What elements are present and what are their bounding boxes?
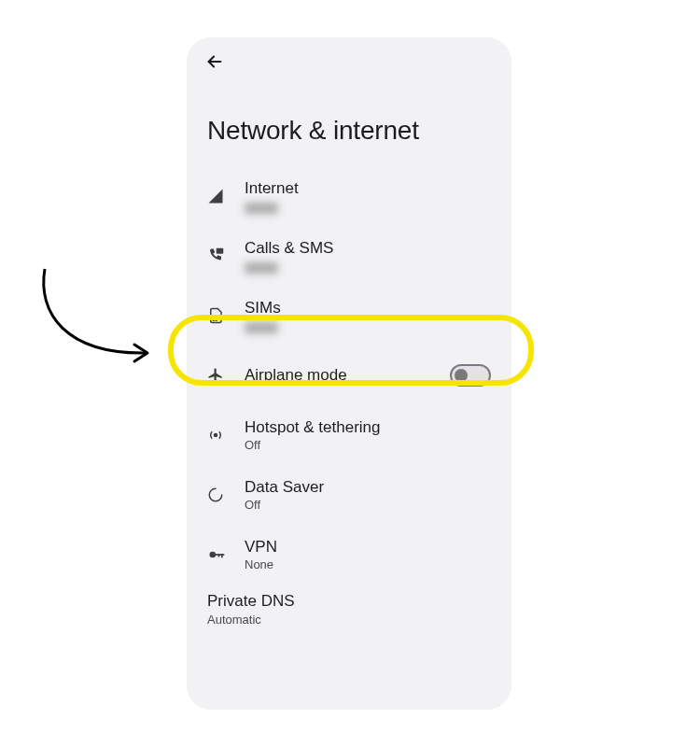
- svg-point-4: [216, 319, 217, 321]
- item-sims-sub: [245, 322, 278, 333]
- item-calls-sms[interactable]: Calls & SMS: [187, 226, 511, 286]
- data-saver-icon: [207, 486, 245, 503]
- back-button[interactable]: [198, 45, 231, 78]
- item-vpn-label: VPN: [245, 538, 491, 557]
- item-private-dns[interactable]: Private DNS Automatic: [187, 585, 511, 644]
- item-sims[interactable]: SIMs: [187, 286, 511, 345]
- item-vpn-sub: None: [245, 557, 491, 571]
- item-internet-label: Internet: [245, 179, 491, 198]
- item-private-dns-label: Private DNS: [207, 592, 295, 611]
- svg-point-6: [210, 552, 217, 558]
- item-internet-sub: [245, 203, 278, 214]
- svg-rect-0: [217, 248, 224, 254]
- item-data-saver[interactable]: Data Saver Off: [187, 465, 511, 525]
- item-data-saver-sub: Off: [245, 498, 491, 512]
- back-arrow-icon: [204, 51, 225, 72]
- svg-point-5: [215, 434, 217, 437]
- top-app-bar: [187, 37, 511, 86]
- hotspot-icon: [207, 427, 245, 444]
- vpn-key-icon: [207, 545, 245, 564]
- svg-point-2: [216, 317, 217, 318]
- calls-sms-icon: [207, 247, 245, 264]
- sim-card-icon: [207, 307, 245, 324]
- item-calls-sms-sub: [245, 262, 278, 274]
- item-private-dns-sub: Automatic: [207, 613, 261, 627]
- signal-icon: [207, 188, 245, 204]
- item-sims-label: SIMs: [245, 299, 491, 317]
- svg-point-1: [213, 317, 215, 318]
- item-data-saver-label: Data Saver: [245, 478, 491, 497]
- item-airplane[interactable]: Airplane mode: [187, 345, 511, 405]
- item-hotspot-label: Hotspot & tethering: [245, 418, 491, 437]
- item-vpn[interactable]: VPN None: [187, 525, 511, 585]
- svg-point-3: [213, 319, 215, 321]
- airplane-icon: [207, 367, 245, 384]
- item-calls-sms-label: Calls & SMS: [245, 239, 491, 258]
- item-hotspot-sub: Off: [245, 438, 491, 452]
- page-title: Network & internet: [187, 86, 511, 166]
- item-airplane-label: Airplane mode: [245, 366, 450, 385]
- item-hotspot[interactable]: Hotspot & tethering Off: [187, 405, 511, 465]
- item-internet[interactable]: Internet: [187, 166, 511, 226]
- pointer-arrow: [28, 261, 187, 383]
- svg-rect-8: [221, 554, 223, 557]
- airplane-toggle[interactable]: [450, 364, 491, 387]
- settings-screen: Network & internet Internet Calls & SMS: [187, 37, 511, 710]
- svg-rect-9: [218, 554, 220, 557]
